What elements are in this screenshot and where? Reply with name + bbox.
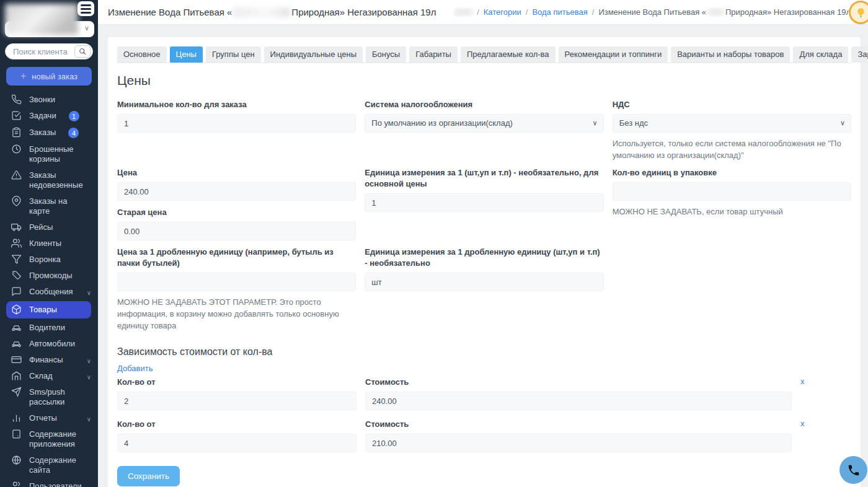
field-min-qty: Минимальное кол-во для заказа (117, 99, 356, 161)
tab-dimensions[interactable]: Габариты (409, 46, 458, 63)
warehouse-icon (11, 371, 22, 381)
sidebar-item-funnel[interactable]: Воронка (0, 252, 98, 268)
breadcrumb-water-link[interactable]: Вода питьевая (532, 7, 587, 17)
sidebar-item-tasks[interactable]: Задачи 1 (0, 108, 98, 125)
cost-input[interactable] (365, 434, 792, 452)
unit-main-input[interactable] (365, 193, 603, 212)
chat-icon (11, 286, 22, 297)
tab-variants-sets[interactable]: Варианты и наборы товаров (671, 46, 790, 63)
qty-from-input[interactable] (117, 434, 356, 452)
field-pack-qty: Кол-во единиц в упаковке МОЖНО НЕ ЗАДАВА… (613, 167, 851, 240)
vat-select[interactable]: Без ндс ∨ (613, 114, 851, 133)
pack-qty-input[interactable] (613, 182, 851, 201)
car-icon (11, 322, 22, 333)
search-button[interactable] (74, 45, 91, 58)
qty-pricing-row: Кол-во от Стоимость x (117, 377, 851, 410)
price-input[interactable] (117, 182, 356, 201)
credit-card-icon (11, 354, 22, 365)
tab-price-groups[interactable]: Группы цен (206, 46, 261, 63)
bar-chart-icon (11, 413, 22, 423)
remove-row-link[interactable]: x (800, 419, 805, 428)
people-icon (11, 238, 22, 248)
sidebar-item-orders[interactable]: Заказы 4 (0, 125, 98, 141)
breadcrumb-categories-link[interactable]: Категории (484, 7, 521, 17)
sidebar-item-cars[interactable]: Автомобили (0, 336, 98, 352)
chevron-down-icon: ∨ (84, 24, 89, 32)
field-split-price: Цена за 1 дробленную единицу (например, … (117, 247, 356, 331)
sidebar: ∨ + новый заказ Звонки Задачи 1 Заказы 4 (0, 0, 98, 487)
globe-icon (11, 455, 22, 465)
content-card: Основное Цены Группы цен Индивидуальные … (108, 37, 861, 487)
paper-plane-icon (11, 387, 22, 397)
sidebar-item-finance[interactable]: Финансы ∨ (0, 352, 98, 368)
vat-helper-text: Используется, только если система налого… (613, 138, 851, 161)
qty-pricing-row: Кол-во от Стоимость x (117, 419, 851, 452)
company-logo-area: ∨ (0, 0, 98, 38)
breadcrumb-current-suffix: Природная» Негазированная 19л (725, 7, 851, 17)
field-cost: Стоимость (365, 419, 792, 452)
company-logo-blurred (5, 4, 78, 35)
car-icon (11, 338, 22, 349)
plus-icon: + (20, 71, 26, 82)
tab-main[interactable]: Основное (117, 46, 167, 63)
sidebar-item-trips[interactable]: Рейсы (0, 219, 98, 235)
sidebar-item-sms-push[interactable]: Sms/push рассылки (0, 384, 98, 410)
tab-for-warehouse[interactable]: Для склада (793, 46, 848, 63)
field-split-unit: Единица измерения за 1 дробленную единиц… (365, 247, 603, 331)
pack-qty-helper-text: МОЖНО НЕ ЗАДАВАТЬ, если товар штучный (613, 206, 851, 217)
qty-from-input[interactable] (117, 392, 356, 410)
package-icon (11, 304, 22, 315)
tab-prices[interactable]: Цены (170, 46, 203, 63)
sidebar-item-drivers[interactable]: Водители (0, 320, 98, 336)
sidebar-item-reports[interactable]: Отчеты ∨ (0, 410, 98, 426)
field-cost: Стоимость (365, 377, 792, 410)
new-order-button[interactable]: + новый заказ (6, 67, 92, 86)
blurred-brand-name (708, 8, 724, 16)
remove-row-link[interactable]: x (800, 377, 805, 386)
cost-input[interactable] (365, 392, 792, 410)
chevron-down-icon: ∨ (593, 119, 598, 127)
sidebar-item-app-content[interactable]: Содержание приложения (0, 426, 98, 452)
sidebar-item-orders-map[interactable]: Заказы на карте (0, 193, 98, 219)
sidebar-item-abandoned-carts[interactable]: Брошенные корзины (0, 141, 98, 167)
menu-toggle-button[interactable] (78, 1, 94, 16)
sidebar-item-users[interactable]: Пользователи (0, 478, 98, 487)
sidebar-item-messages[interactable]: Сообщения ∨ (0, 284, 98, 300)
breadcrumb: / Категории / Вода питьевая / Изменение … (454, 7, 851, 17)
truck-icon (11, 222, 22, 232)
funnel-icon (11, 254, 22, 265)
split-unit-input[interactable] (365, 273, 603, 291)
split-price-input[interactable] (117, 273, 356, 291)
tab-salary[interactable]: Зарплата (851, 46, 868, 63)
field-qty-from: Кол-во от (117, 419, 356, 452)
field-unit-main: Единица измерения за 1 (шт,уп и т.п) - н… (365, 167, 603, 240)
tax-system-select[interactable]: По умолчанию из организации(склад) ∨ (365, 114, 603, 133)
field-old-price: Старая цена (117, 207, 356, 240)
sidebar-item-clients[interactable]: Клиенты (0, 235, 98, 252)
sidebar-item-site-content[interactable]: Содержание сайта (0, 452, 98, 478)
add-qty-row-link[interactable]: Добавить (117, 364, 153, 373)
sidebar-item-products[interactable]: Товары (6, 301, 91, 318)
field-qty-from: Кол-во от (117, 377, 356, 410)
sidebar-item-undelivered-orders[interactable]: Заказы недовезенные (0, 167, 98, 193)
users-icon (11, 481, 22, 487)
call-fab-button[interactable] (839, 456, 867, 484)
help-lightbulb-button[interactable] (849, 1, 868, 24)
field-tax-system: Система налогообложения По умолчанию из … (365, 99, 603, 161)
save-button[interactable]: Сохранить (117, 466, 180, 486)
map-pin-icon (11, 196, 22, 206)
tab-recommendations[interactable]: Рекомендации и топпинги (559, 46, 668, 63)
min-qty-input[interactable] (117, 114, 356, 133)
old-price-input[interactable] (117, 222, 356, 240)
tab-suggested-qty[interactable]: Предлагаемые кол-ва (461, 46, 556, 63)
sidebar-item-promocodes[interactable]: Промокоды (0, 268, 98, 284)
tab-individual-prices[interactable]: Индивидуальные цены (264, 46, 363, 63)
chevron-down-icon: ∨ (87, 415, 91, 424)
phone-icon (11, 94, 22, 105)
qty-pricing-title: Зависимость стоимости от кол-ва (117, 346, 851, 358)
field-price: Цена (117, 167, 356, 201)
sidebar-item-calls[interactable]: Звонки (0, 92, 98, 108)
sidebar-item-warehouse[interactable]: Склад ∨ (0, 368, 98, 384)
split-price-helper-text: МОЖНО НЕ ЗАДАВАТЬ ЭТОТ ПАРАМЕТР. Это про… (117, 296, 356, 331)
tab-bonuses[interactable]: Бонусы (366, 46, 406, 63)
